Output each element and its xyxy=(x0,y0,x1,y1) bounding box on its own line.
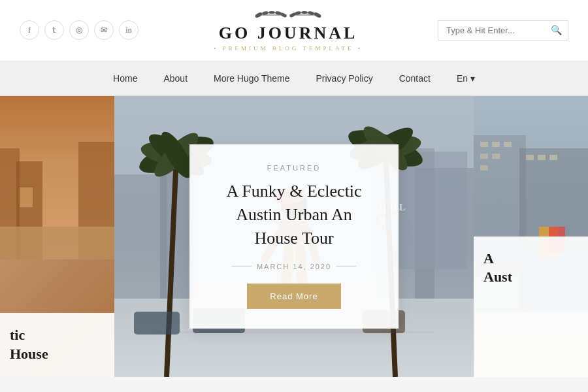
twitter-icon[interactable]: 𝕥 xyxy=(44,20,64,40)
card-right-title: A xyxy=(483,250,578,269)
card-left-title: tic xyxy=(10,326,105,345)
instagram-icon[interactable]: ◎ xyxy=(69,20,89,40)
nav-item-contact[interactable]: Contact xyxy=(399,73,431,84)
svg-rect-64 xyxy=(480,154,488,159)
featured-title: A Funky & Eclectic Austin Urban An House… xyxy=(212,180,376,251)
card-left-subtitle: House xyxy=(10,345,105,364)
read-more-button[interactable]: Read More xyxy=(247,284,340,309)
nav-item-home[interactable]: Home xyxy=(113,73,137,84)
email-icon[interactable]: ✉ xyxy=(94,20,114,40)
card-right-content: A Aust xyxy=(474,237,588,377)
featured-date: MARCH 14, 2020 xyxy=(212,263,376,270)
svg-rect-20 xyxy=(114,174,167,305)
svg-rect-69 xyxy=(549,155,557,160)
logo-area: GO JOURNAL • PREMIUM BLOG TEMPLATE • xyxy=(139,9,438,52)
nav-item-privacy[interactable]: Privacy Policy xyxy=(316,73,373,84)
site-header: f 𝕥 ◎ ✉ in xyxy=(0,0,588,61)
nav-item-about[interactable]: About xyxy=(163,73,188,84)
svg-rect-17 xyxy=(0,227,114,259)
featured-card: FEATURED A Funky & Eclectic Austin Urban… xyxy=(189,144,399,329)
svg-rect-61 xyxy=(480,142,488,147)
logo-subtitle: • PREMIUM BLOG TEMPLATE • xyxy=(139,45,438,52)
svg-point-8 xyxy=(301,11,308,14)
svg-rect-68 xyxy=(538,155,546,160)
svg-rect-65 xyxy=(492,154,500,159)
search-icon[interactable]: 🔍 xyxy=(551,25,562,36)
main-nav: Home About More Hugo Theme Privacy Polic… xyxy=(0,61,588,96)
logo-decoration xyxy=(139,9,438,24)
search-bar: 🔍 xyxy=(438,20,568,41)
svg-rect-67 xyxy=(526,155,534,160)
carousel-card-center: HOLL BO xyxy=(114,96,474,377)
svg-rect-18 xyxy=(20,188,33,207)
nav-item-more-hugo[interactable]: More Hugo Theme xyxy=(214,73,289,84)
language-selector[interactable]: En ▾ xyxy=(457,73,475,84)
hero-carousel: tic House xyxy=(0,96,588,377)
svg-rect-62 xyxy=(492,142,500,147)
featured-label: FEATURED xyxy=(212,164,376,172)
facebook-icon[interactable]: f xyxy=(20,20,39,40)
svg-rect-66 xyxy=(480,165,488,171)
carousel-card-left[interactable]: tic House xyxy=(0,96,114,377)
linkedin-icon[interactable]: in xyxy=(119,20,139,40)
svg-rect-63 xyxy=(504,142,512,147)
logo-title: GO JOURNAL xyxy=(139,24,438,43)
carousel-card-right[interactable]: A Aust xyxy=(474,96,588,377)
card-right-subtitle: Aust xyxy=(483,268,578,287)
social-icons: f 𝕥 ◎ ✉ in xyxy=(20,20,139,40)
search-input[interactable] xyxy=(446,25,551,35)
svg-rect-45 xyxy=(134,312,180,335)
svg-point-2 xyxy=(269,11,275,14)
